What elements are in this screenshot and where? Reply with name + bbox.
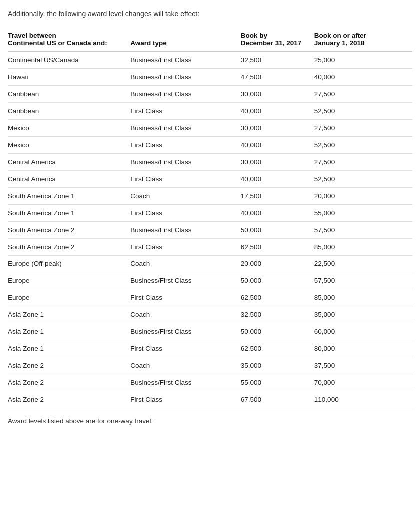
cell-book-by: 40,000 [241,171,314,188]
header-book-after-line1: Book on or after [314,32,366,39]
cell-book-after: 85,000 [314,289,412,306]
cell-book-after: 25,000 [314,51,412,69]
cell-book-by: 17,500 [241,188,314,205]
cell-award-type: First Class [130,171,241,188]
cell-book-after: 85,000 [314,239,412,256]
table-row: South America Zone 1First Class40,00055,… [8,205,412,222]
cell-book-by: 47,500 [241,69,314,86]
cell-book-after: 70,000 [314,374,412,391]
cell-award-type: First Class [130,103,241,120]
table-row: Central AmericaBusiness/First Class30,00… [8,154,412,171]
header-book-after: Book on or after January 1, 2018 [314,28,412,51]
cell-destination: Hawaii [8,69,130,86]
cell-award-type: Business/First Class [130,51,241,69]
cell-award-type: Coach [130,357,241,374]
cell-award-type: Coach [130,256,241,272]
footer-note: Award levels listed above are for one-wa… [8,417,412,425]
table-row: Asia Zone 1Business/First Class50,00060,… [8,323,412,340]
cell-destination: Asia Zone 2 [8,391,130,408]
table-row: Asia Zone 2Business/First Class55,00070,… [8,374,412,391]
table-row: Asia Zone 1Coach32,50035,000 [8,306,412,323]
cell-destination: South America Zone 1 [8,205,130,222]
cell-award-type: Business/First Class [130,323,241,340]
cell-book-by: 30,000 [241,120,314,137]
table-row: MexicoFirst Class40,00052,500 [8,137,412,154]
table-row: MexicoBusiness/First Class30,00027,500 [8,120,412,137]
cell-book-after: 52,500 [314,171,412,188]
cell-book-by: 30,000 [241,86,314,103]
cell-destination: Central America [8,171,130,188]
cell-book-by: 40,000 [241,205,314,222]
cell-award-type: First Class [130,340,241,357]
cell-book-after: 52,500 [314,103,412,120]
header-book-by-line1: Book by [241,32,267,39]
table-row: South America Zone 1Coach17,50020,000 [8,188,412,205]
cell-book-by: 62,500 [241,239,314,256]
table-row: EuropeBusiness/First Class50,00057,500 [8,272,412,289]
table-row: EuropeFirst Class62,50085,000 [8,289,412,306]
table-row: Europe (Off-peak)Coach20,00022,500 [8,256,412,272]
cell-destination: Central America [8,154,130,171]
header-book-after-line2: January 1, 2018 [314,39,365,47]
header-book-by-line2: December 31, 2017 [241,39,302,47]
cell-book-after: 110,000 [314,391,412,408]
cell-destination: Asia Zone 1 [8,323,130,340]
cell-destination: Continental US/Canada [8,51,130,69]
cell-book-by: 35,000 [241,357,314,374]
cell-book-by: 67,500 [241,391,314,408]
table-row: Asia Zone 1First Class62,50080,000 [8,340,412,357]
cell-award-type: First Class [130,289,241,306]
cell-book-by: 32,500 [241,306,314,323]
cell-book-by: 30,000 [241,154,314,171]
cell-destination: Mexico [8,137,130,154]
cell-destination: Europe [8,272,130,289]
cell-book-by: 55,000 [241,374,314,391]
intro-text: Additionally, the following award level … [8,10,412,18]
cell-book-by: 62,500 [241,289,314,306]
cell-award-type: Business/First Class [130,120,241,137]
cell-award-type: Business/First Class [130,374,241,391]
table-row: Continental US/CanadaBusiness/First Clas… [8,51,412,69]
cell-award-type: First Class [130,137,241,154]
cell-book-after: 22,500 [314,256,412,272]
cell-award-type: Business/First Class [130,272,241,289]
table-row: HawaiiBusiness/First Class47,50040,000 [8,69,412,86]
header-award-type: Award type [130,28,241,51]
cell-award-type: Business/First Class [130,154,241,171]
header-travel-line1: Travel between [8,32,56,39]
cell-book-after: 27,500 [314,86,412,103]
cell-book-after: 55,000 [314,205,412,222]
cell-book-after: 27,500 [314,154,412,171]
cell-book-by: 40,000 [241,137,314,154]
cell-book-by: 32,500 [241,51,314,69]
table-row: South America Zone 2Business/First Class… [8,222,412,239]
cell-award-type: Business/First Class [130,86,241,103]
cell-award-type: Coach [130,188,241,205]
cell-book-after: 57,500 [314,222,412,239]
cell-destination: Asia Zone 1 [8,306,130,323]
table-row: Asia Zone 2First Class67,500110,000 [8,391,412,408]
cell-book-after: 27,500 [314,120,412,137]
cell-destination: Europe (Off-peak) [8,256,130,272]
table-row: CaribbeanBusiness/First Class30,00027,50… [8,86,412,103]
cell-book-after: 60,000 [314,323,412,340]
cell-book-by: 20,000 [241,256,314,272]
cell-award-type: Coach [130,306,241,323]
cell-book-after: 40,000 [314,69,412,86]
cell-award-type: Business/First Class [130,69,241,86]
cell-book-after: 35,000 [314,306,412,323]
header-award-label: Award type [130,39,167,47]
cell-destination: Europe [8,289,130,306]
table-row: Asia Zone 2Coach35,00037,500 [8,357,412,374]
cell-destination: Asia Zone 2 [8,357,130,374]
cell-book-by: 40,000 [241,103,314,120]
cell-book-by: 50,000 [241,323,314,340]
cell-destination: Caribbean [8,103,130,120]
cell-destination: South America Zone 2 [8,239,130,256]
cell-book-by: 62,500 [241,340,314,357]
table-row: Central AmericaFirst Class40,00052,500 [8,171,412,188]
cell-destination: Mexico [8,120,130,137]
cell-destination: Asia Zone 2 [8,374,130,391]
cell-award-type: Business/First Class [130,222,241,239]
cell-destination: South America Zone 2 [8,222,130,239]
